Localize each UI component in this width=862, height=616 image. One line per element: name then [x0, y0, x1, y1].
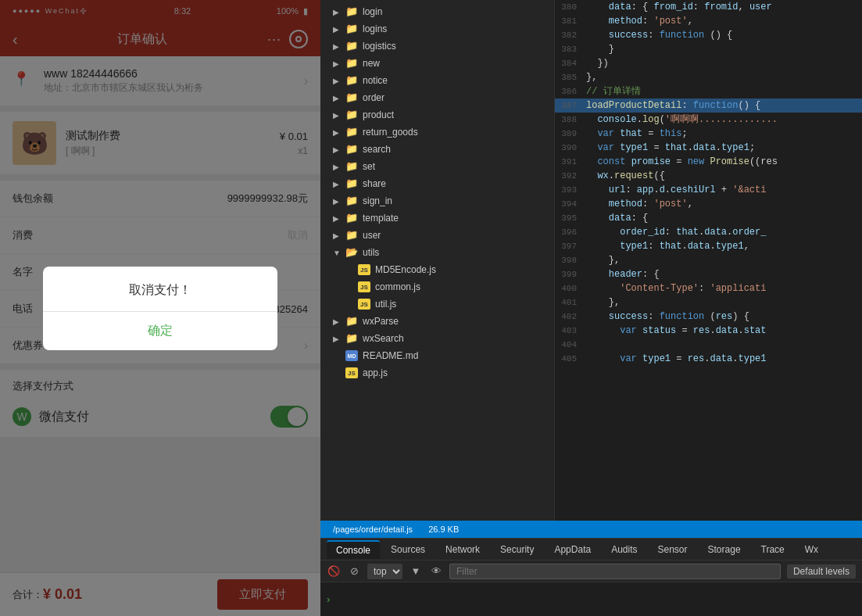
- tree-item-new[interactable]: ▶ 📁 new: [320, 55, 554, 72]
- code-line: 398 },: [555, 253, 862, 267]
- tree-arrow-icon: ▶: [333, 59, 344, 68]
- tree-item-template[interactable]: ▶ 📁 template: [320, 210, 554, 227]
- line-content: }: [586, 42, 862, 56]
- tree-item-logistics[interactable]: ▶ 📁 logistics: [320, 38, 554, 55]
- folder-icon: 📁: [345, 91, 358, 104]
- tab-security[interactable]: Security: [491, 541, 543, 558]
- tree-item-common[interactable]: JS common.js: [320, 278, 554, 295]
- modal-overlay: 取消支付！ 确定: [0, 0, 320, 616]
- tab-network[interactable]: Network: [436, 541, 489, 558]
- tree-item-user[interactable]: ▶ 📁 user: [320, 227, 554, 244]
- code-line: 396 order_id: that.data.order_: [555, 225, 862, 239]
- tree-item-wxsearch[interactable]: ▶ 📁 wxSearch: [320, 330, 554, 347]
- tab-audits[interactable]: Audits: [602, 541, 646, 558]
- folder-icon: 📁: [345, 212, 358, 224]
- code-line: 399 header: {: [555, 267, 862, 281]
- file-status-bar: /pages/order/detail.js 26.9 KB: [320, 521, 862, 538]
- modal-dialog: 取消支付！ 确定: [43, 267, 277, 350]
- tree-arrow-icon: ▶: [333, 128, 344, 137]
- log-levels[interactable]: Default levels: [787, 564, 856, 578]
- dropdown-icon[interactable]: ▼: [409, 564, 423, 578]
- line-number: 399: [555, 267, 586, 281]
- line-content: type1: that.data.type1,: [586, 239, 862, 253]
- tab-console[interactable]: Console: [327, 540, 380, 559]
- tree-item-utils[interactable]: ▼ 📂 utils: [320, 244, 554, 261]
- tree-item-share[interactable]: ▶ 📁 share: [320, 175, 554, 192]
- tree-arrow-icon: ▶: [333, 197, 344, 206]
- tree-item-search[interactable]: ▶ 📁 search: [320, 141, 554, 158]
- line-content: url: app.d.ceshiUrl + '&acti: [586, 183, 862, 197]
- line-number: 405: [555, 352, 586, 366]
- line-content: },: [586, 253, 862, 267]
- line-number: 395: [555, 211, 586, 225]
- code-line: 403 var status = res.data.stat: [555, 324, 862, 338]
- tree-label: share: [363, 178, 386, 189]
- folder-open-icon: 📂: [345, 246, 358, 259]
- tree-label: README.md: [363, 350, 418, 361]
- tree-item-order[interactable]: ▶ 📁 order: [320, 89, 554, 106]
- tree-item-return-goods[interactable]: ▶ 📁 return_goods: [320, 124, 554, 141]
- tree-item-appjs[interactable]: JS app.js: [320, 364, 554, 381]
- code-line: 402 success: function (res) {: [555, 310, 862, 324]
- eye-icon[interactable]: 👁: [429, 564, 443, 578]
- tab-appdata[interactable]: AppData: [545, 541, 600, 558]
- context-select[interactable]: top: [367, 564, 402, 579]
- tab-sensor[interactable]: Sensor: [649, 541, 697, 558]
- line-number: 397: [555, 239, 586, 253]
- line-number: 403: [555, 324, 586, 338]
- tree-item-notice[interactable]: ▶ 📁 notice: [320, 72, 554, 89]
- code-line: 380 data: { from_id: fromid, user: [555, 0, 862, 14]
- tree-arrow-icon: ▶: [333, 8, 344, 16]
- line-content: order_id: that.data.order_: [586, 225, 862, 239]
- line-number: 401: [555, 295, 586, 310]
- line-content: var status = res.data.stat: [586, 324, 862, 338]
- tree-item-product[interactable]: ▶ 📁 product: [320, 106, 554, 124]
- tab-sources[interactable]: Sources: [381, 541, 435, 558]
- file-path: /pages/order/detail.js: [333, 525, 413, 534]
- tree-item-md5encode[interactable]: JS MD5Encode.js: [320, 261, 554, 278]
- code-line: 388 console.log('啊啊啊..............: [555, 113, 862, 127]
- js-file-icon: JS: [345, 367, 358, 379]
- line-number: 402: [555, 310, 586, 324]
- tab-wx[interactable]: Wx: [796, 541, 828, 558]
- code-line: 397 type1: that.data.type1,: [555, 239, 862, 253]
- tree-item-sign-in[interactable]: ▶ 📁 sign_in: [320, 192, 554, 210]
- line-content: var type1 = that.data.type1;: [586, 141, 862, 155]
- tree-item-logins[interactable]: ▶ 📁 logins: [320, 20, 554, 38]
- folder-icon: 📁: [345, 74, 358, 87]
- folder-icon: 📁: [345, 195, 358, 207]
- folder-icon: 📁: [345, 229, 358, 242]
- line-number: 384: [555, 56, 586, 70]
- line-content: method: 'post',: [586, 197, 862, 211]
- filter-button[interactable]: ⊘: [347, 564, 361, 578]
- code-line: 385 },: [555, 70, 862, 84]
- filter-input[interactable]: [449, 564, 781, 579]
- tree-item-util[interactable]: JS util.js: [320, 295, 554, 313]
- tree-arrow-icon: ▶: [333, 231, 344, 240]
- tab-storage[interactable]: Storage: [699, 541, 750, 558]
- line-content: var type1 = res.data.type1: [586, 352, 862, 366]
- md-file-icon: MD: [345, 349, 358, 362]
- line-content: const promise = new Promise((res: [586, 155, 862, 169]
- line-number: 386: [555, 84, 586, 98]
- clear-console-button[interactable]: 🚫: [327, 564, 341, 578]
- modal-title: 取消支付！: [43, 267, 277, 311]
- line-number: 385: [555, 70, 586, 84]
- line-number: 389: [555, 127, 586, 141]
- tree-item-set[interactable]: ▶ 📁 set: [320, 158, 554, 175]
- code-editor[interactable]: 380 data: { from_id: fromid, user 381 me…: [555, 0, 862, 521]
- line-content: data: { from_id: fromid, user: [586, 0, 862, 14]
- tree-item-wxparse[interactable]: ▶ 📁 wxParse: [320, 313, 554, 330]
- tree-label: logistics: [363, 41, 396, 52]
- line-number: 388: [555, 113, 586, 127]
- modal-confirm-button[interactable]: 确定: [43, 312, 277, 350]
- tree-item-readme[interactable]: MD README.md: [320, 347, 554, 364]
- code-line: 391 const promise = new Promise((res: [555, 155, 862, 169]
- tab-trace[interactable]: Trace: [752, 541, 794, 558]
- line-content: method: 'post',: [586, 14, 862, 28]
- line-content: data: {: [586, 211, 862, 225]
- tree-label: product: [363, 109, 394, 120]
- tree-arrow-icon: ▶: [333, 214, 344, 223]
- tree-item-login[interactable]: ▶ 📁 login: [320, 3, 554, 20]
- tree-label: util.js: [375, 299, 396, 310]
